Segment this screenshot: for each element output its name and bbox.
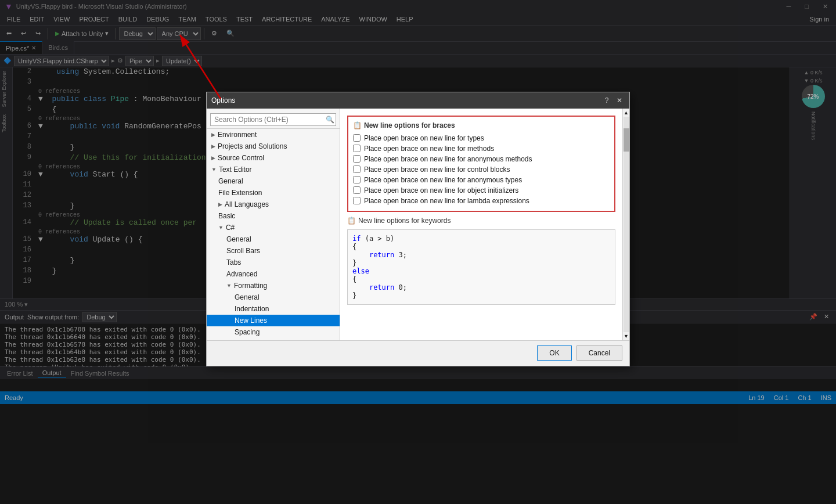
checkbox-lambda: Place open brace on new line for lambda … bbox=[353, 196, 610, 206]
checkbox-methods-input[interactable] bbox=[353, 145, 361, 152]
checkbox-types-input[interactable] bbox=[353, 134, 361, 142]
search-box-container: 🔍 bbox=[207, 111, 340, 129]
expand-icon: ▶ bbox=[211, 143, 215, 149]
options-tree: 🔍 ▶ Environment ▶ Projects and Solutions… bbox=[207, 109, 340, 340]
tree-item-new-lines[interactable]: New Lines bbox=[207, 315, 340, 326]
tree-item-csharp-general[interactable]: General bbox=[207, 233, 340, 245]
preview-line-7: return 0; bbox=[352, 283, 610, 291]
dialog-scrollbar[interactable]: ▲ ▼ bbox=[622, 109, 629, 340]
braces-options-group: 📋 New line options for braces Place open… bbox=[347, 116, 615, 212]
checkbox-control-blocks-input[interactable] bbox=[353, 165, 361, 173]
keywords-label: New line options for keywords bbox=[358, 217, 451, 225]
dialog-help-button[interactable]: ? bbox=[601, 95, 612, 106]
checkbox-control-blocks-label: Place open brace on new line for control… bbox=[364, 165, 510, 174]
expand-icon: ▶ bbox=[211, 132, 215, 138]
tree-label: Source Control bbox=[218, 154, 264, 162]
preview-line-1: if (a > b) bbox=[352, 235, 610, 243]
tree-item-basic[interactable]: Basic bbox=[207, 210, 340, 222]
dialog-close-button[interactable]: ✕ bbox=[614, 95, 625, 106]
tree-item-indentation[interactable]: Indentation bbox=[207, 303, 340, 315]
tree-item-scroll-bars[interactable]: Scroll Bars bbox=[207, 245, 340, 257]
keywords-group-header: 📋 New line options for keywords bbox=[347, 217, 615, 225]
tree-item-formatting[interactable]: ▼ Formatting bbox=[207, 280, 340, 291]
preview-line-3: return 3; bbox=[352, 251, 610, 259]
checkbox-control-blocks: Place open brace on new line for control… bbox=[353, 164, 610, 175]
tree-item-formatting-general[interactable]: General bbox=[207, 291, 340, 303]
tree-item-csharp[interactable]: ▼ C# bbox=[207, 222, 340, 233]
tree-label: Spacing bbox=[235, 328, 260, 336]
checkbox-methods: Place open brace on new line for methods bbox=[353, 143, 610, 154]
cancel-button[interactable]: Cancel bbox=[576, 345, 622, 361]
checkbox-object-init: Place open brace on new line for object … bbox=[353, 185, 610, 196]
options-content: 📋 New line options for braces Place open… bbox=[340, 109, 622, 340]
scroll-up-btn[interactable]: ▲ bbox=[622, 109, 630, 117]
dialog-title: Options bbox=[211, 96, 235, 105]
code-preview: if (a > b) { return 3; } else { return 0… bbox=[347, 229, 615, 305]
tree-label: General bbox=[235, 293, 260, 301]
scroll-down-btn[interactable]: ▼ bbox=[622, 332, 630, 340]
tree-item-tabs[interactable]: Tabs bbox=[207, 257, 340, 268]
checkbox-anon-types-label: Place open brace on new line for anonymo… bbox=[364, 176, 522, 184]
expand-icon: ▶ bbox=[218, 201, 222, 207]
scroll-thumb[interactable] bbox=[624, 128, 629, 152]
group-title: New line options for braces bbox=[364, 121, 455, 129]
checkbox-anon-types-input[interactable] bbox=[353, 176, 361, 183]
dialog-overlay: Options ? ✕ 🔍 ▶ Environment ▶ bbox=[0, 0, 836, 504]
scroll-track[interactable] bbox=[624, 117, 629, 332]
tree-item-source-control[interactable]: ▶ Source Control bbox=[207, 152, 340, 164]
preview-line-6: { bbox=[352, 275, 610, 283]
tree-label: C# bbox=[226, 224, 235, 232]
tree-item-all-languages[interactable]: ▶ All Languages bbox=[207, 199, 340, 210]
checkbox-types: Place open brace on new line for types bbox=[353, 133, 610, 143]
tree-label: Text Editor bbox=[219, 165, 252, 174]
expand-icon: ▶ bbox=[211, 155, 215, 161]
checkbox-anon-types: Place open brace on new line for anonymo… bbox=[353, 175, 610, 185]
expand-icon: ▼ bbox=[211, 167, 217, 172]
tree-label: Scroll Bars bbox=[226, 247, 260, 255]
svg-line-1 bbox=[180, 35, 221, 99]
expand-icon: ▼ bbox=[226, 283, 232, 289]
preview-line-2: { bbox=[352, 243, 610, 251]
options-search-input[interactable] bbox=[210, 113, 336, 126]
search-icon: 🔍 bbox=[326, 116, 334, 124]
tree-label: All Languages bbox=[225, 200, 269, 208]
checkbox-lambda-input[interactable] bbox=[353, 197, 361, 204]
checkbox-lambda-label: Place open brace on new line for lambda … bbox=[364, 197, 529, 205]
tree-item-environment[interactable]: ▶ Environment bbox=[207, 129, 340, 141]
dialog-title-bar: Options ? ✕ bbox=[207, 92, 629, 109]
tree-label: Indentation bbox=[235, 305, 269, 313]
dialog-title-buttons: ? ✕ bbox=[601, 95, 625, 106]
tree-label: Advanced bbox=[226, 270, 257, 278]
dialog-footer: OK Cancel bbox=[207, 340, 629, 366]
checkbox-anon-methods-label: Place open brace on new line for anonymo… bbox=[364, 155, 532, 163]
options-dialog: Options ? ✕ 🔍 ▶ Environment ▶ bbox=[206, 92, 630, 366]
preview-line-8: } bbox=[352, 291, 610, 300]
tree-item-file-ext[interactable]: File Extension bbox=[207, 187, 340, 199]
group-icon: 📋 bbox=[353, 121, 362, 129]
checkbox-methods-label: Place open brace on new line for methods bbox=[364, 145, 494, 153]
tree-item-projects[interactable]: ▶ Projects and Solutions bbox=[207, 141, 340, 152]
keywords-icon: 📋 bbox=[347, 217, 356, 225]
tree-label: General bbox=[226, 235, 251, 243]
tree-label: New Lines bbox=[235, 316, 267, 325]
checkbox-anon-methods-input[interactable] bbox=[353, 155, 361, 163]
tree-item-text-editor[interactable]: ▼ Text Editor bbox=[207, 164, 340, 175]
dialog-body: 🔍 ▶ Environment ▶ Projects and Solutions… bbox=[207, 109, 629, 340]
tree-item-general[interactable]: General bbox=[207, 175, 340, 187]
preview-line-5: else bbox=[352, 267, 610, 275]
checkbox-object-init-label: Place open brace on new line for object … bbox=[364, 186, 518, 195]
checkbox-types-label: Place open brace on new line for types bbox=[364, 134, 484, 142]
ok-button[interactable]: OK bbox=[537, 345, 571, 361]
tree-item-advanced[interactable]: Advanced bbox=[207, 268, 340, 280]
tree-label: Projects and Solutions bbox=[218, 142, 287, 150]
tree-item-spacing[interactable]: Spacing bbox=[207, 326, 340, 338]
tree-label: File Extension bbox=[218, 189, 262, 197]
checkbox-object-init-input[interactable] bbox=[353, 186, 361, 194]
checkbox-anon-methods: Place open brace on new line for anonymo… bbox=[353, 154, 610, 164]
braces-group-label: 📋 New line options for braces bbox=[353, 121, 610, 129]
tree-label: Tabs bbox=[226, 258, 241, 267]
tree-label: Basic bbox=[218, 212, 235, 220]
tree-label: Environment bbox=[218, 131, 257, 139]
tree-label: Formatting bbox=[234, 282, 267, 290]
tree-label: General bbox=[218, 177, 243, 185]
